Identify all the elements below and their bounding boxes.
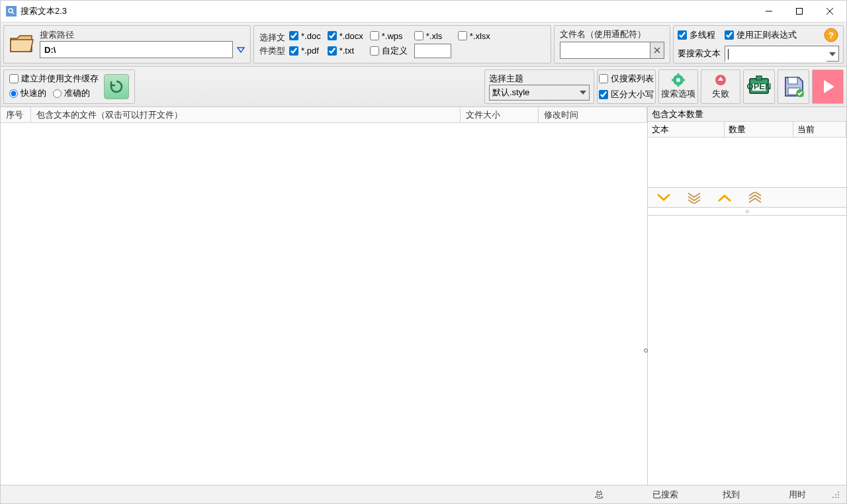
filename-input[interactable] xyxy=(560,42,650,59)
nav-up-icon[interactable] xyxy=(717,191,733,204)
filetype-pdf[interactable]: *.pdf xyxy=(289,46,321,56)
option-regex[interactable]: 使用正则表达式 xyxy=(725,29,797,41)
splitter-dot[interactable]: ○ xyxy=(648,208,846,215)
theme-label: 选择主题 xyxy=(489,73,523,85)
col-size[interactable]: 文件大小 xyxy=(461,107,539,122)
text-count-title: 包含文本数量 xyxy=(648,107,846,122)
app-icon xyxy=(6,6,17,17)
status-searched: 已搜索 xyxy=(632,489,698,501)
close-button[interactable] xyxy=(815,1,845,21)
svg-rect-4 xyxy=(797,9,803,15)
svg-text:OPEN: OPEN xyxy=(747,81,771,91)
status-found: 找到 xyxy=(698,489,764,501)
svg-point-12 xyxy=(676,78,680,82)
col-no[interactable]: 序号 xyxy=(1,107,31,122)
col-file[interactable]: 包含文本的文件（双击可以打开文件） xyxy=(31,107,461,122)
filetype-custom-input[interactable] xyxy=(414,44,451,58)
results-list[interactable] xyxy=(1,123,647,485)
help-icon[interactable]: ? xyxy=(823,27,839,43)
search-path-panel: 搜索路径 xyxy=(3,25,251,63)
filetype-xls[interactable]: *.xls xyxy=(414,31,451,41)
filetype-txt[interactable]: *.txt xyxy=(328,46,363,56)
case-sensitive[interactable]: 区分大小写 xyxy=(599,89,654,101)
nav-down-icon[interactable] xyxy=(656,191,672,204)
preview-pane[interactable] xyxy=(648,215,846,485)
svg-point-26 xyxy=(835,494,836,495)
upload-icon xyxy=(714,73,727,87)
results-pane: 序号 包含文本的文件（双击可以打开文件） 文件大小 修改时间 xyxy=(1,107,648,485)
splitter-handle[interactable] xyxy=(644,349,648,353)
text-count-pane: 包含文本数量 文本 数量 当前 ○ xyxy=(648,107,846,485)
theme-select[interactable]: 默认.style xyxy=(489,85,590,101)
option-multithread[interactable]: 多线程 xyxy=(678,29,715,41)
title-bar: 搜索文本2.3 xyxy=(1,1,846,22)
filetype-xlsx[interactable]: *.xlsx xyxy=(458,31,490,41)
status-total: 总 xyxy=(566,489,632,501)
list-options-panel: 仅搜索列表 区分大小写 xyxy=(597,69,656,104)
svg-point-25 xyxy=(838,491,839,493)
toolbar-secondary: 建立并使用文件缓存 快速的 准确的 选择主题 默认.style 仅搜索列表 区分… xyxy=(1,67,846,107)
cache-panel: 建立并使用文件缓存 快速的 准确的 xyxy=(3,69,135,104)
options-panel: 多线程 使用正则表达式 ? 要搜索文本 xyxy=(673,25,844,63)
cache-mode-accurate[interactable]: 准确的 xyxy=(53,87,90,99)
resize-grip[interactable] xyxy=(830,489,841,500)
col-current[interactable]: 当前 xyxy=(793,122,846,137)
svg-rect-21 xyxy=(756,76,762,80)
search-text-dropdown[interactable] xyxy=(826,46,838,62)
search-path-input[interactable] xyxy=(40,41,233,58)
search-path-label: 搜索路径 xyxy=(40,29,247,41)
filetype-label: 选择文 件类型 xyxy=(259,31,285,58)
filetype-wps[interactable]: *.wps xyxy=(370,31,408,41)
filetype-doc[interactable]: *.doc xyxy=(289,31,321,41)
col-mtime[interactable]: 修改时间 xyxy=(539,107,647,122)
search-text-input[interactable] xyxy=(725,46,826,62)
svg-point-29 xyxy=(835,497,836,498)
gear-icon xyxy=(672,73,685,87)
minimize-button[interactable] xyxy=(754,1,784,21)
refresh-button[interactable] xyxy=(104,74,129,99)
text-count-table: 文本 数量 当前 xyxy=(648,122,846,188)
fail-button[interactable]: 失败 xyxy=(701,69,740,104)
results-header: 序号 包含文本的文件（双击可以打开文件） 文件大小 修改时间 xyxy=(1,107,647,123)
maximize-button[interactable] xyxy=(784,1,815,21)
col-text[interactable]: 文本 xyxy=(648,122,725,137)
filename-label: 文件名（使用通配符） xyxy=(560,28,646,42)
filetype-docx[interactable]: *.docx xyxy=(328,31,363,41)
open-button[interactable]: OPEN xyxy=(743,69,775,104)
search-options-button[interactable]: 搜索选项 xyxy=(658,69,698,104)
nav-down-all-icon[interactable] xyxy=(686,191,702,204)
svg-point-30 xyxy=(838,497,839,498)
col-count[interactable]: 数量 xyxy=(725,122,793,137)
run-button[interactable] xyxy=(812,69,844,104)
svg-rect-0 xyxy=(7,7,16,16)
save-button[interactable] xyxy=(778,69,809,104)
filetype-custom[interactable]: 自定义 xyxy=(370,45,408,57)
status-bar: 总 已搜索 找到 用时 xyxy=(1,485,846,503)
nav-bar xyxy=(648,188,846,208)
spacer xyxy=(138,69,482,104)
theme-panel: 选择主题 默认.style xyxy=(484,69,594,104)
svg-rect-22 xyxy=(788,77,797,84)
cache-mode-fast[interactable]: 快速的 xyxy=(9,87,46,99)
svg-text:?: ? xyxy=(828,30,834,40)
filename-panel: 文件名（使用通配符） xyxy=(554,25,670,63)
app-title: 搜索文本2.3 xyxy=(21,5,754,17)
toolbar-main: 搜索路径 选择文 件类型 *.doc *.docx *.wps *.xls *.… xyxy=(1,22,846,67)
filename-clear-button[interactable] xyxy=(650,42,664,59)
svg-point-28 xyxy=(832,497,834,498)
filetype-panel: 选择文 件类型 *.doc *.docx *.wps *.xls *.xlsx … xyxy=(253,25,551,63)
nav-up-all-icon[interactable] xyxy=(747,191,763,204)
text-count-body[interactable] xyxy=(648,138,846,187)
search-text-label: 要搜索文本 xyxy=(678,48,721,60)
folder-icon[interactable] xyxy=(8,32,36,57)
path-dropdown-button[interactable] xyxy=(234,41,247,58)
only-search-list[interactable]: 仅搜索列表 xyxy=(599,73,654,85)
use-cache-checkbox[interactable]: 建立并使用文件缓存 xyxy=(9,73,99,85)
status-elapsed: 用时 xyxy=(764,489,830,501)
main-area: 序号 包含文本的文件（双击可以打开文件） 文件大小 修改时间 包含文本数量 文本… xyxy=(1,107,846,485)
svg-point-27 xyxy=(838,494,839,495)
